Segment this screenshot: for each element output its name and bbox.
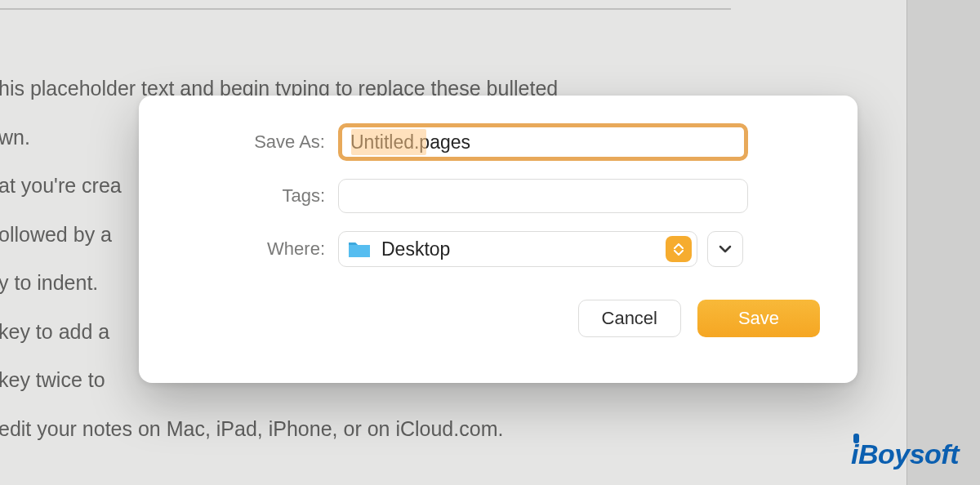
horizontal-rule: [0, 8, 731, 10]
folder-icon: [347, 239, 372, 259]
doc-line: edit your notes on Mac, iPad, iPhone, or…: [0, 414, 906, 445]
chevron-down-icon: [719, 245, 732, 253]
save-as-input[interactable]: [338, 123, 748, 161]
save-button[interactable]: Save: [697, 300, 820, 337]
where-location-text: Desktop: [381, 238, 666, 260]
expand-dialog-button[interactable]: [707, 231, 743, 267]
inspector-pane: [906, 0, 980, 485]
where-location-select[interactable]: Desktop: [338, 231, 697, 267]
save-as-label: Save As:: [176, 131, 338, 153]
watermark-text: iBoysoft: [851, 438, 959, 469]
watermark-logo: iBoysoft: [851, 438, 959, 470]
chevron-up-down-icon: [666, 236, 692, 262]
tags-input[interactable]: [338, 179, 748, 213]
cancel-button[interactable]: Cancel: [578, 300, 681, 337]
logo-dot-icon: [853, 434, 859, 443]
where-label: Where:: [176, 238, 338, 260]
save-dialog: Save As: Tags: Where: Desktop: [139, 96, 858, 383]
tags-label: Tags:: [176, 185, 338, 207]
